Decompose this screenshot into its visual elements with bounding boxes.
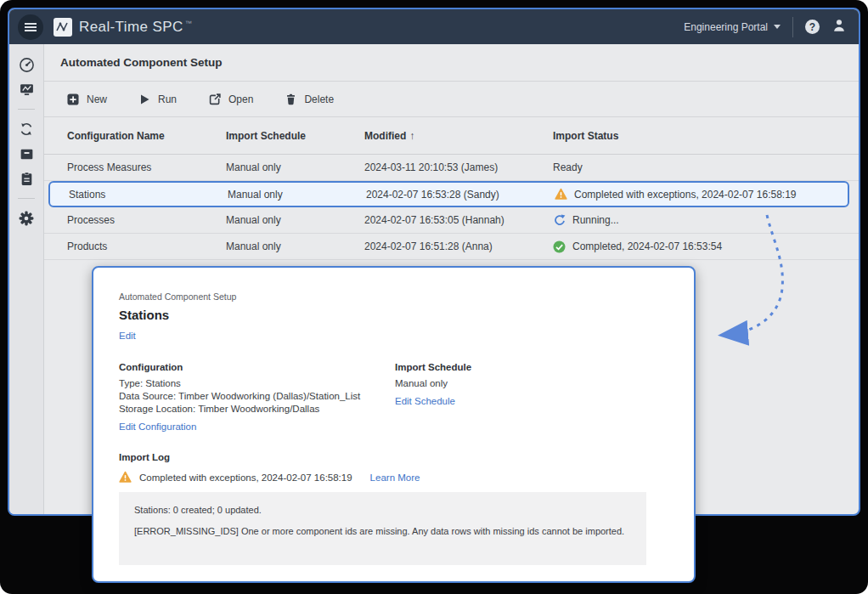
- col-modified[interactable]: Modified↑: [364, 130, 553, 142]
- configuration-heading: Configuration: [119, 362, 395, 372]
- cell-modified: 2024-02-07 16:53:05 (Hannah): [364, 214, 553, 226]
- cell-schedule: Manual only: [226, 214, 364, 226]
- open-button-label: Open: [228, 93, 253, 105]
- hamburger-icon: [25, 23, 37, 31]
- dashboard-gauge-icon[interactable]: [17, 55, 36, 74]
- app-header: Real-Time SPC™ Engineering Portal: [9, 9, 859, 44]
- run-button-label: Run: [158, 93, 177, 105]
- sync-icon[interactable]: [17, 120, 36, 139]
- left-sidebar: [9, 44, 44, 514]
- cell-name: Stations: [69, 189, 228, 201]
- cell-schedule: Manual only: [226, 161, 364, 173]
- log-line-error: [ERROR_MISSING_IDS] One or more componen…: [134, 526, 631, 536]
- configuration-data-source: Data Source: Timber Woodworking (Dallas)…: [119, 390, 395, 403]
- delete-button[interactable]: Delete: [285, 93, 334, 105]
- warning-icon: [119, 471, 132, 484]
- cell-status: Completed with exceptions, 2024-02-07 16…: [555, 188, 848, 201]
- import-schedule-heading: Import Schedule: [395, 362, 471, 372]
- help-icon[interactable]: [805, 20, 820, 34]
- warning-icon: [555, 188, 567, 201]
- table-header: Configuration Name Import Schedule Modif…: [44, 117, 859, 155]
- portal-dropdown[interactable]: Engineering Portal: [684, 21, 781, 33]
- edit-configuration-link[interactable]: Edit Configuration: [119, 421, 196, 432]
- hamburger-menu-button[interactable]: [18, 14, 43, 40]
- trademark-symbol: ™: [185, 20, 192, 27]
- page-title-bar: Automated Component Setup: [44, 44, 859, 82]
- toolbar: New Run Open: [44, 82, 859, 117]
- open-external-icon: [209, 93, 221, 105]
- cell-schedule: Manual only: [228, 189, 366, 201]
- settings-gear-icon[interactable]: [17, 209, 36, 228]
- cell-modified: 2024-02-07 16:53:28 (Sandy): [366, 189, 555, 201]
- screenshot-frame: Real-Time SPC™ Engineering Portal: [0, 0, 868, 594]
- col-import-status[interactable]: Import Status: [553, 130, 859, 142]
- header-right: Engineering Portal: [684, 17, 847, 37]
- cell-status: Running...: [553, 214, 859, 227]
- new-button-label: New: [87, 93, 107, 105]
- table-row-stations[interactable]: Stations Manual only 2024-02-07 16:53:28…: [48, 181, 849, 207]
- sort-ascending-icon: ↑: [409, 130, 414, 142]
- sidebar-divider: [18, 198, 35, 199]
- play-icon: [139, 93, 150, 105]
- running-refresh-icon: [553, 214, 566, 227]
- edit-schedule-link[interactable]: Edit Schedule: [395, 396, 455, 406]
- cell-name: Process Measures: [67, 161, 226, 173]
- import-log-section: Import Log Completed with exceptions, 20…: [119, 452, 670, 565]
- header-divider: [792, 17, 793, 37]
- import-schedule-section: Import Schedule Manual only Edit Schedul…: [395, 362, 471, 433]
- import-log-heading: Import Log: [119, 452, 670, 462]
- import-log-status-text: Completed with exceptions, 2024-02-07 16…: [139, 472, 352, 483]
- cell-modified: 2024-02-07 16:51:28 (Anna): [364, 240, 553, 252]
- cell-status: Ready: [553, 161, 859, 173]
- delete-button-label: Delete: [304, 93, 334, 105]
- cell-name: Products: [67, 240, 226, 252]
- import-log-output: Stations: 0 created; 0 updated. [ERROR_M…: [119, 492, 646, 565]
- col-import-schedule[interactable]: Import Schedule: [226, 130, 364, 142]
- app-title: Real-Time SPC™: [79, 19, 192, 36]
- sidebar-divider: [18, 109, 35, 110]
- panel-breadcrumb: Automated Component Setup: [119, 291, 670, 302]
- learn-more-link[interactable]: Learn More: [370, 472, 420, 483]
- table-row-processes[interactable]: Processes Manual only 2024-02-07 16:53:0…: [44, 207, 859, 234]
- import-schedule-value: Manual only: [395, 377, 471, 390]
- col-configuration-name[interactable]: Configuration Name: [67, 130, 226, 142]
- chevron-down-icon: [774, 25, 781, 29]
- configuration-type: Type: Stations: [119, 377, 395, 390]
- table-row-process-measures[interactable]: Process Measures Manual only 2024-03-11 …: [44, 155, 859, 181]
- trash-icon: [285, 93, 296, 105]
- cell-modified: 2024-03-11 20:10:53 (James): [364, 161, 553, 173]
- app-logo-icon: [54, 18, 72, 37]
- cell-status: Completed, 2024-02-07 16:53:54: [553, 240, 859, 253]
- page-title: Automated Component Setup: [60, 56, 223, 69]
- plus-square-icon: [67, 93, 79, 105]
- user-icon[interactable]: [831, 18, 847, 36]
- new-button[interactable]: New: [67, 93, 107, 105]
- cell-name: Processes: [67, 214, 226, 226]
- clipboard-icon[interactable]: [17, 169, 36, 188]
- detail-panel: Automated Component Setup Stations Edit …: [92, 266, 696, 583]
- panel-title: Stations: [119, 308, 670, 322]
- configuration-storage-location: Storage Location: Timber Woodworking/Dal…: [119, 403, 395, 416]
- edit-link[interactable]: Edit: [119, 331, 136, 341]
- run-button[interactable]: Run: [139, 93, 177, 105]
- archive-box-icon[interactable]: [17, 144, 36, 163]
- success-check-icon: [553, 240, 566, 253]
- open-button[interactable]: Open: [209, 93, 253, 105]
- table-row-products[interactable]: Products Manual only 2024-02-07 16:51:28…: [44, 234, 859, 260]
- portal-label: Engineering Portal: [684, 21, 768, 33]
- monitor-chart-icon[interactable]: [17, 80, 36, 99]
- cell-schedule: Manual only: [226, 240, 364, 252]
- configuration-section: Configuration Type: Stations Data Source…: [119, 362, 395, 433]
- log-line-summary: Stations: 0 created; 0 updated.: [134, 505, 631, 515]
